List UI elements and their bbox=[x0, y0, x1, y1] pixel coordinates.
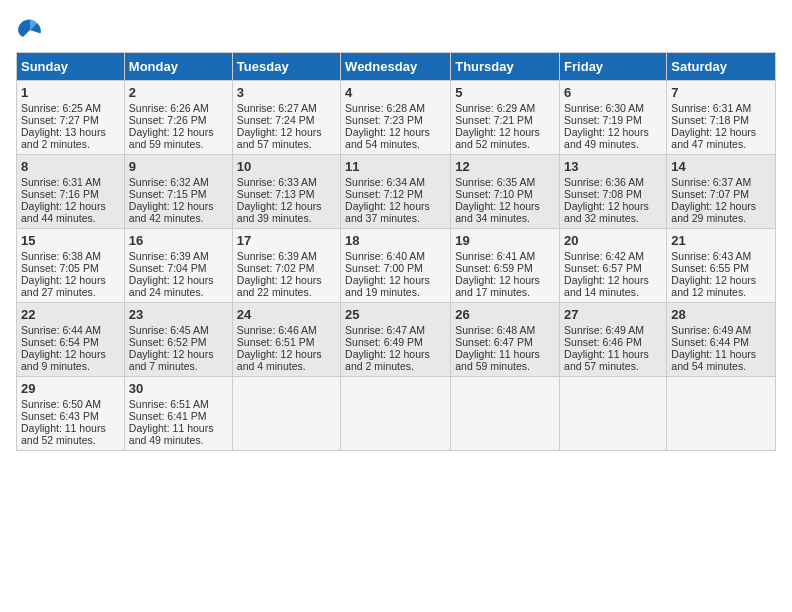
day-cell-16: 16Sunrise: 6:39 AMSunset: 7:04 PMDayligh… bbox=[124, 229, 232, 303]
day-cell-12: 12Sunrise: 6:35 AMSunset: 7:10 PMDayligh… bbox=[451, 155, 560, 229]
day-cell-9: 9Sunrise: 6:32 AMSunset: 7:15 PMDaylight… bbox=[124, 155, 232, 229]
sunset-text: Sunset: 7:15 PM bbox=[129, 188, 207, 200]
daylight-text: Daylight: 11 hoursand 57 minutes. bbox=[564, 348, 649, 372]
sunset-text: Sunset: 7:27 PM bbox=[21, 114, 99, 126]
sunset-text: Sunset: 6:52 PM bbox=[129, 336, 207, 348]
sunset-text: Sunset: 7:18 PM bbox=[671, 114, 749, 126]
day-number: 28 bbox=[671, 307, 771, 322]
sunrise-text: Sunrise: 6:46 AM bbox=[237, 324, 317, 336]
day-number: 21 bbox=[671, 233, 771, 248]
sunset-text: Sunset: 6:46 PM bbox=[564, 336, 642, 348]
day-number: 19 bbox=[455, 233, 555, 248]
sunrise-text: Sunrise: 6:40 AM bbox=[345, 250, 425, 262]
sunset-text: Sunset: 6:59 PM bbox=[455, 262, 533, 274]
sunset-text: Sunset: 7:04 PM bbox=[129, 262, 207, 274]
sunset-text: Sunset: 6:49 PM bbox=[345, 336, 423, 348]
logo-icon bbox=[16, 16, 44, 44]
empty-cell-4-6 bbox=[667, 377, 776, 451]
day-cell-3: 3Sunrise: 6:27 AMSunset: 7:24 PMDaylight… bbox=[232, 81, 340, 155]
sunrise-text: Sunrise: 6:45 AM bbox=[129, 324, 209, 336]
daylight-text: Daylight: 12 hoursand 29 minutes. bbox=[671, 200, 756, 224]
day-cell-1: 1Sunrise: 6:25 AMSunset: 7:27 PMDaylight… bbox=[17, 81, 125, 155]
week-row-4: 22Sunrise: 6:44 AMSunset: 6:54 PMDayligh… bbox=[17, 303, 776, 377]
daylight-text: Daylight: 12 hoursand 34 minutes. bbox=[455, 200, 540, 224]
page-header bbox=[16, 16, 776, 44]
day-number: 29 bbox=[21, 381, 120, 396]
day-number: 22 bbox=[21, 307, 120, 322]
day-cell-17: 17Sunrise: 6:39 AMSunset: 7:02 PMDayligh… bbox=[232, 229, 340, 303]
sunrise-text: Sunrise: 6:31 AM bbox=[21, 176, 101, 188]
sunrise-text: Sunrise: 6:39 AM bbox=[237, 250, 317, 262]
sunrise-text: Sunrise: 6:26 AM bbox=[129, 102, 209, 114]
day-cell-29: 29Sunrise: 6:50 AMSunset: 6:43 PMDayligh… bbox=[17, 377, 125, 451]
day-number: 24 bbox=[237, 307, 336, 322]
day-cell-15: 15Sunrise: 6:38 AMSunset: 7:05 PMDayligh… bbox=[17, 229, 125, 303]
daylight-text: Daylight: 12 hoursand 57 minutes. bbox=[237, 126, 322, 150]
daylight-text: Daylight: 12 hoursand 54 minutes. bbox=[345, 126, 430, 150]
sunset-text: Sunset: 6:57 PM bbox=[564, 262, 642, 274]
day-cell-14: 14Sunrise: 6:37 AMSunset: 7:07 PMDayligh… bbox=[667, 155, 776, 229]
sunrise-text: Sunrise: 6:27 AM bbox=[237, 102, 317, 114]
day-number: 13 bbox=[564, 159, 662, 174]
sunrise-text: Sunrise: 6:28 AM bbox=[345, 102, 425, 114]
sunrise-text: Sunrise: 6:32 AM bbox=[129, 176, 209, 188]
sunrise-text: Sunrise: 6:41 AM bbox=[455, 250, 535, 262]
empty-cell-4-2 bbox=[232, 377, 340, 451]
sunrise-text: Sunrise: 6:25 AM bbox=[21, 102, 101, 114]
daylight-text: Daylight: 12 hoursand 22 minutes. bbox=[237, 274, 322, 298]
daylight-text: Daylight: 12 hoursand 7 minutes. bbox=[129, 348, 214, 372]
header-saturday: Saturday bbox=[667, 53, 776, 81]
sunrise-text: Sunrise: 6:47 AM bbox=[345, 324, 425, 336]
sunrise-text: Sunrise: 6:48 AM bbox=[455, 324, 535, 336]
day-cell-23: 23Sunrise: 6:45 AMSunset: 6:52 PMDayligh… bbox=[124, 303, 232, 377]
sunset-text: Sunset: 7:24 PM bbox=[237, 114, 315, 126]
header-sunday: Sunday bbox=[17, 53, 125, 81]
empty-cell-4-4 bbox=[451, 377, 560, 451]
daylight-text: Daylight: 12 hoursand 4 minutes. bbox=[237, 348, 322, 372]
daylight-text: Daylight: 12 hoursand 2 minutes. bbox=[345, 348, 430, 372]
day-cell-13: 13Sunrise: 6:36 AMSunset: 7:08 PMDayligh… bbox=[560, 155, 667, 229]
sunrise-text: Sunrise: 6:33 AM bbox=[237, 176, 317, 188]
day-number: 2 bbox=[129, 85, 228, 100]
sunrise-text: Sunrise: 6:36 AM bbox=[564, 176, 644, 188]
day-number: 30 bbox=[129, 381, 228, 396]
daylight-text: Daylight: 12 hoursand 14 minutes. bbox=[564, 274, 649, 298]
daylight-text: Daylight: 12 hoursand 44 minutes. bbox=[21, 200, 106, 224]
day-number: 25 bbox=[345, 307, 446, 322]
week-row-1: 1Sunrise: 6:25 AMSunset: 7:27 PMDaylight… bbox=[17, 81, 776, 155]
sunrise-text: Sunrise: 6:49 AM bbox=[671, 324, 751, 336]
sunset-text: Sunset: 7:19 PM bbox=[564, 114, 642, 126]
daylight-text: Daylight: 11 hoursand 59 minutes. bbox=[455, 348, 540, 372]
sunset-text: Sunset: 7:23 PM bbox=[345, 114, 423, 126]
day-cell-11: 11Sunrise: 6:34 AMSunset: 7:12 PMDayligh… bbox=[341, 155, 451, 229]
day-cell-24: 24Sunrise: 6:46 AMSunset: 6:51 PMDayligh… bbox=[232, 303, 340, 377]
daylight-text: Daylight: 12 hoursand 47 minutes. bbox=[671, 126, 756, 150]
day-cell-18: 18Sunrise: 6:40 AMSunset: 7:00 PMDayligh… bbox=[341, 229, 451, 303]
day-cell-30: 30Sunrise: 6:51 AMSunset: 6:41 PMDayligh… bbox=[124, 377, 232, 451]
sunset-text: Sunset: 6:41 PM bbox=[129, 410, 207, 422]
sunset-text: Sunset: 6:43 PM bbox=[21, 410, 99, 422]
daylight-text: Daylight: 12 hoursand 39 minutes. bbox=[237, 200, 322, 224]
week-row-3: 15Sunrise: 6:38 AMSunset: 7:05 PMDayligh… bbox=[17, 229, 776, 303]
daylight-text: Daylight: 11 hoursand 54 minutes. bbox=[671, 348, 756, 372]
sunset-text: Sunset: 7:13 PM bbox=[237, 188, 315, 200]
day-cell-26: 26Sunrise: 6:48 AMSunset: 6:47 PMDayligh… bbox=[451, 303, 560, 377]
day-cell-21: 21Sunrise: 6:43 AMSunset: 6:55 PMDayligh… bbox=[667, 229, 776, 303]
daylight-text: Daylight: 12 hoursand 27 minutes. bbox=[21, 274, 106, 298]
day-cell-8: 8Sunrise: 6:31 AMSunset: 7:16 PMDaylight… bbox=[17, 155, 125, 229]
sunset-text: Sunset: 7:26 PM bbox=[129, 114, 207, 126]
day-cell-7: 7Sunrise: 6:31 AMSunset: 7:18 PMDaylight… bbox=[667, 81, 776, 155]
sunset-text: Sunset: 7:12 PM bbox=[345, 188, 423, 200]
day-number: 10 bbox=[237, 159, 336, 174]
day-number: 6 bbox=[564, 85, 662, 100]
sunrise-text: Sunrise: 6:34 AM bbox=[345, 176, 425, 188]
header-thursday: Thursday bbox=[451, 53, 560, 81]
daylight-text: Daylight: 12 hoursand 9 minutes. bbox=[21, 348, 106, 372]
day-number: 7 bbox=[671, 85, 771, 100]
sunset-text: Sunset: 7:05 PM bbox=[21, 262, 99, 274]
sunset-text: Sunset: 6:47 PM bbox=[455, 336, 533, 348]
daylight-text: Daylight: 11 hoursand 52 minutes. bbox=[21, 422, 106, 446]
sunrise-text: Sunrise: 6:31 AM bbox=[671, 102, 751, 114]
daylight-text: Daylight: 12 hoursand 24 minutes. bbox=[129, 274, 214, 298]
day-cell-19: 19Sunrise: 6:41 AMSunset: 6:59 PMDayligh… bbox=[451, 229, 560, 303]
